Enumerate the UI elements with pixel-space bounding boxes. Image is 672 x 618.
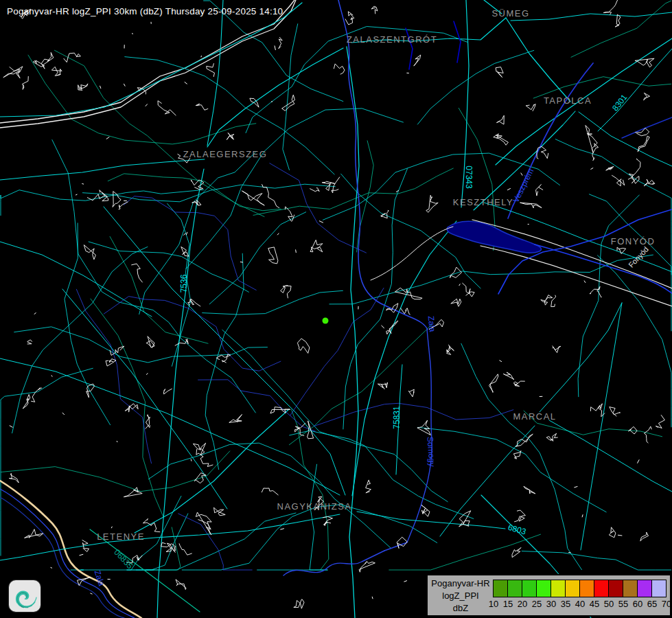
city-label: LETENYE <box>97 531 145 542</box>
legend-color-cell <box>551 580 566 597</box>
legend-tick-labels: 10152025303540455055606570 <box>493 599 671 610</box>
map-feature-label: Somogy <box>425 436 437 467</box>
radar-echo-dot <box>323 318 329 324</box>
city-label: FONYÓD <box>611 236 656 247</box>
city-label: ZALAEGERSZEG <box>183 149 268 159</box>
legend-color-cell <box>638 580 652 597</box>
legend-colorbar <box>493 580 667 597</box>
city-label: TAPOLCA <box>544 95 592 106</box>
radar-map: SÜMEGZALASZENTGRÓTTAPOLCAZALAEGERSZEGKES… <box>0 0 672 618</box>
radar-product-title: Poganyvar-HR logZ_PPI 30km (dbZ) Thursda… <box>7 6 283 16</box>
legend-color-cell <box>508 580 522 597</box>
legend-color-cell <box>522 580 537 597</box>
legend-color-cell <box>594 580 609 597</box>
legend-color-cell <box>652 580 666 597</box>
map-feature-label: 06835 <box>112 547 135 571</box>
legend-color-cell <box>537 580 551 597</box>
legend-color-cell <box>580 580 594 597</box>
city-label: SÜMEG <box>491 8 529 19</box>
radar-legend: Poganyvar-HR logZ_PPI dbZ 10152025303540… <box>426 574 671 617</box>
map-feature-label: Veszprém <box>511 167 535 204</box>
spiral-logo-icon <box>9 580 40 612</box>
legend-color-cell <box>623 580 638 597</box>
city-label: MARCAL <box>513 411 556 422</box>
map-feature-label: Fonyód <box>627 245 650 269</box>
map-feature-label: 8301 <box>610 92 629 113</box>
city-label: NAGYKANIZSA <box>277 501 352 512</box>
legend-tick: 70 <box>658 599 672 609</box>
city-label: KESZTHELY <box>453 197 513 207</box>
legend-unit: dbZ <box>428 602 494 615</box>
met-service-logo <box>9 580 40 612</box>
radar-display: SÜMEGZALASZENTGRÓTTAPOLCAZALAEGERSZEGKES… <box>0 0 672 618</box>
legend-color-cell <box>494 580 508 597</box>
map-feature-label: 6803 <box>507 523 527 537</box>
legend-color-cell <box>609 580 623 597</box>
map-feature-label: 7536 <box>179 274 189 293</box>
legend-product-name: logZ_PPI <box>428 590 494 602</box>
map-feature-label: Zala <box>93 569 107 588</box>
legend-text-block: Poganyvar-HR logZ_PPI dbZ <box>428 577 494 615</box>
map-feature-label: Zala <box>426 315 437 332</box>
map-feature-label: 07343 <box>464 165 474 189</box>
legend-color-cell <box>566 580 580 597</box>
map-feature-label: 75831 <box>392 406 402 429</box>
city-label: ZALASZENTGRÓT <box>347 34 437 45</box>
legend-station-name: Poganyvar-HR <box>428 577 494 590</box>
